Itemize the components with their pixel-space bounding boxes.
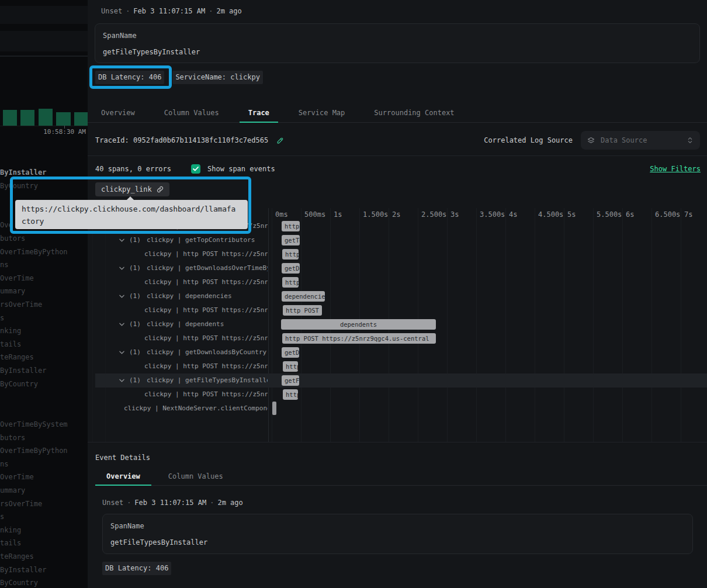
trace-span-bar[interactable]: http [282,249,299,260]
db-latency-badge-event[interactable]: DB Latency: 406 [102,562,171,575]
trace-span-bar[interactable]: getDownloadsByCountry [282,347,299,358]
trace-span-row[interactable]: clickpy | http POST https://z5nrz9qgc4.u… [88,388,707,402]
data-source-placeholder: Data Source [601,136,681,144]
trace-span-row[interactable]: (1)clickpy | getFileTypesByInstallergetF… [88,373,707,388]
trace-span-row[interactable]: (1)clickpy | getDownloadsOverTimeBySyste… [88,261,707,275]
histogram-bar [3,110,17,126]
relative-time: 2m ago [217,499,242,507]
time-tick-label: 5.500s [597,210,622,219]
chevron-down-icon[interactable] [119,351,126,354]
chevron-down-icon[interactable] [119,267,126,270]
chevron-down-icon[interactable] [119,323,126,326]
span-child-count: (1) [129,348,141,356]
trace-span-row[interactable]: (1)clickpy | getTopContributorsgetTopCon… [88,233,707,247]
db-latency-badge[interactable]: DB Latency: 406 [95,71,164,84]
span-name-label: SpanName [103,32,137,40]
show-filters-link[interactable]: Show Filters [650,165,701,173]
trace-span-label: (1)clickpy | getDownloadsOverTimeBySyste… [88,261,268,275]
tab-column-values[interactable]: Column Values [155,104,228,122]
span-name-panel: SpanName getFileTypesByInstaller [95,23,700,63]
trace-span-label: (1)clickpy | getFileTypesByInstaller [88,373,268,388]
trace-span-bar[interactable]: http POST https://z5nrz9qgc4.us-central [282,333,436,344]
chevron-down-icon[interactable] [119,379,126,382]
trace-span-row[interactable]: clickpy | http POST https://z5nrz9qgc4.u… [88,331,707,345]
time-tick-label: 4.500s [538,210,563,219]
status-label: Unset [102,499,123,507]
tab-trace[interactable]: Trace [240,104,278,122]
event-header: Unset·Feb 3 11:07:15 AM·2m ago [101,7,242,15]
layers-icon [587,136,595,145]
time-tick-label: 6s [626,210,634,219]
chevron-down-icon[interactable] [119,295,126,298]
trace-span-bar[interactable]: getFileTypesByInstaller [282,375,299,386]
background-list-item: s [0,510,88,524]
histogram-bar [20,110,34,126]
trace-span-bar[interactable]: http [282,277,299,288]
event-details-title: Event Details [95,454,150,462]
trace-span-label: (1)clickpy | getDownloadsByCountry [88,345,268,359]
trace-span-row[interactable]: (1)clickpy | dependenciesdependencies [88,289,707,303]
edit-pencil-icon[interactable] [276,137,284,144]
background-list-item: rsOverTime [0,298,88,312]
background-list-item: ummary [0,285,88,298]
trace-span-label: (1)clickpy | dependents [88,317,268,331]
event-side-panel: Unset·Feb 3 11:07:15 AM·2m ago SpanName … [88,0,707,588]
data-source-select[interactable]: Data Source [581,131,700,150]
span-label-text: clickpy | dependents [147,320,224,328]
trace-span-row[interactable]: clickpy | http POST https://z5nrz9qgc4.u… [88,275,707,289]
time-tick-label: 500ms [304,210,325,219]
event-details-header: Unset·Feb 3 11:07:15 AM·2m ago [102,499,243,507]
span-child-count: (1) [129,236,141,244]
background-list-item: OverTimeByPython [0,245,88,259]
time-tick-label: 6.500s [655,210,680,219]
tooltip-line1: https://clickpy.clickhouse.com/dashboard… [22,205,235,213]
trace-span-bar[interactable] [272,402,276,415]
time-tick-label: 1.500s [363,210,388,219]
trace-span-row[interactable]: clickpy | NextNodeServer.clientComponent… [88,402,707,416]
background-list-item: tails [0,338,88,351]
trace-span-bar[interactable]: dependents [281,319,436,330]
trace-span-bar[interactable]: http [283,361,298,372]
show-span-events-label[interactable]: Show span events [207,165,275,173]
background-list-item: nking [0,524,88,537]
timestamp: Feb 3 11:07:15 AM [133,7,205,15]
background-list-item: ByInstaller [0,364,88,378]
tab-service-map[interactable]: Service Map [290,104,354,122]
tab-overview[interactable]: Overview [92,104,144,122]
span-name-panel-event: SpanName getFileTypesByInstaller [102,514,693,554]
chevron-down-icon[interactable] [119,238,126,242]
trace-span-bar[interactable]: getDownloadsOverTimeBySystem [282,263,300,274]
trace-span-bar[interactable]: getTopContributors [282,235,300,245]
relative-time: 2m ago [216,7,241,15]
histogram-bar [39,109,53,126]
tab-surrounding-context[interactable]: Surrounding Context [365,104,463,122]
trace-span-row[interactable]: (1)clickpy | getDownloadsByCountrygetDow… [88,345,707,359]
span-label-text: clickpy | http POST https://z5nrz9qgc4.u… [144,250,268,258]
trace-span-bar[interactable]: dependencies [282,291,325,302]
span-label-text: clickpy | http POST https://z5nrz9qgc4.u… [144,390,268,398]
trace-span-label: (1)clickpy | dependencies [88,289,268,303]
event-details-tabs: OverviewColumn Values [95,468,707,486]
background-list-item: ByInstaller [0,166,88,179]
background-list-item: rsOverTime [0,497,88,511]
span-label-text: clickpy | http POST https://z5nrz9qgc4.u… [144,306,268,314]
trace-span-bar[interactable]: http [283,389,298,400]
background-list-item: ByInstaller [0,563,88,577]
show-span-events-checkbox[interactable] [191,164,200,174]
histogram-time-label: 10:58:30 AM [43,128,86,136]
tab-column-values[interactable]: Column Values [157,468,234,485]
trace-span-row[interactable]: clickpy | http POST https://z5nrz9qgc4.u… [88,247,707,261]
clickpy-link-chip[interactable]: clickpy_link [95,182,169,196]
trace-span-row[interactable]: clickpy | http POST https://z5nrz9qgc4.u… [88,303,707,317]
trace-span-row[interactable]: clickpy | http POST https://z5nrz9qgc4.u… [88,359,707,373]
trace-span-label: clickpy | http POST https://z5nrz9qgc4.u… [88,303,268,317]
trace-span-bar[interactable]: http [282,221,300,231]
span-label-text: clickpy | http POST https://z5nrz9qgc4.u… [144,334,268,342]
tab-overview[interactable]: Overview [95,468,151,485]
trace-span-row[interactable]: (1)clickpy | dependentsdependents [88,317,707,331]
service-name-badge[interactable]: ServiceName: clickpy [172,71,263,84]
clickpy-link-label: clickpy_link [101,185,152,193]
time-tick-label: 2.500s [421,210,446,219]
trace-span-bar[interactable]: http POST [283,305,322,316]
span-label-text: clickpy | getDownloadsByCountry [147,348,266,356]
